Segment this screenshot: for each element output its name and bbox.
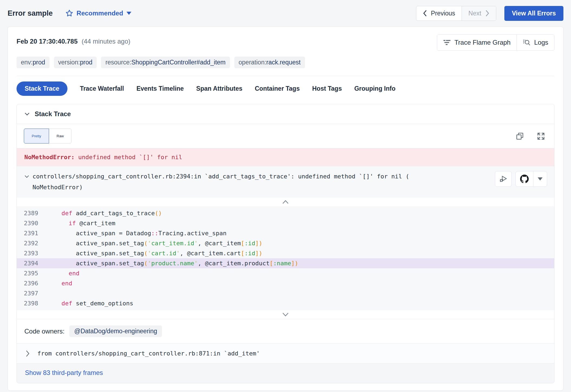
github-icon xyxy=(520,175,529,183)
line-code: end xyxy=(47,280,554,287)
debug-play-icon xyxy=(499,175,507,183)
tag-pill[interactable]: version:prod xyxy=(54,57,97,68)
error-message: undefined method `[]' for nil xyxy=(74,154,182,161)
line-code: active_span.set_tag('cart.id', @cart_ite… xyxy=(47,250,554,257)
line-number: 2395 xyxy=(17,270,47,277)
recommended-dropdown[interactable]: Recommended xyxy=(65,9,131,17)
caret-down-icon xyxy=(126,12,131,15)
code-snippet: 2389 def add_cart_tags_to_trace()2390 if… xyxy=(17,206,554,310)
line-number: 2392 xyxy=(17,240,47,247)
code-line: 2397 xyxy=(17,288,554,298)
view-all-errors-button[interactable]: View All Errors xyxy=(504,6,563,21)
code-line: 2390 if @cart_item xyxy=(17,218,554,228)
line-code: def set_demo_options xyxy=(47,300,554,307)
line-code: end xyxy=(47,270,554,277)
logs-search-icon xyxy=(523,39,530,46)
previous-button[interactable]: Previous xyxy=(416,6,462,21)
view-toggle: Pretty Raw xyxy=(24,129,72,143)
tag-key: version: xyxy=(58,59,80,66)
github-split-button xyxy=(515,171,547,187)
top-frame-text: controllers/shopping_cart_controller.rb:… xyxy=(33,171,431,193)
code-owners-label: Code owners: xyxy=(24,328,64,335)
stack-trace-panel: Stack Trace Pretty Raw NoMethodError: un… xyxy=(17,104,554,383)
tag-value: prod xyxy=(33,59,45,66)
trace-actions-group: Trace Flame Graph Logs xyxy=(437,34,554,51)
debugger-button[interactable] xyxy=(495,171,512,187)
github-dropdown-button[interactable] xyxy=(533,171,547,187)
collapsed-frame-row[interactable]: from controllers/shopping_cart_controlle… xyxy=(17,343,554,363)
top-frame-header: controllers/shopping_cart_controller.rb:… xyxy=(17,166,554,198)
stack-trace-section-header[interactable]: Stack Trace xyxy=(17,104,554,124)
raw-toggle-button[interactable]: Raw xyxy=(49,129,72,143)
logs-button[interactable]: Logs xyxy=(517,35,554,50)
detail-tabs: Stack TraceTrace WaterfallEvents Timelin… xyxy=(8,76,563,101)
star-icon xyxy=(65,9,73,17)
tag-pill[interactable]: resource:ShoppingCartController#add_item xyxy=(101,57,230,68)
expand-code-up[interactable] xyxy=(17,198,554,206)
chevron-right-icon xyxy=(25,350,30,357)
tab-span-attributes[interactable]: Span Attributes xyxy=(196,81,242,96)
expand-code-down[interactable] xyxy=(17,310,554,319)
page-header: Error sample Recommended Previous Next xyxy=(0,0,571,27)
timestamp-value: Feb 20 17:30:40.785 xyxy=(17,38,77,45)
tag-key: operation: xyxy=(239,59,266,66)
line-number: 2389 xyxy=(17,210,47,217)
code-owner-pill[interactable]: @DataDog/demo-engineering xyxy=(69,325,162,337)
tag-key: env: xyxy=(21,59,33,66)
copy-button[interactable] xyxy=(516,132,524,140)
code-line: 2393 active_span.set_tag('cart.id', @car… xyxy=(17,248,554,258)
logs-label: Logs xyxy=(534,39,548,46)
tag-value: rack.request xyxy=(266,59,301,66)
line-number: 2391 xyxy=(17,230,47,237)
line-code: active_span.set_tag('product.name', @car… xyxy=(47,260,554,267)
timestamp: Feb 20 17:30:40.785 (44 minutes ago) xyxy=(17,34,130,45)
tab-stack-trace[interactable]: Stack Trace xyxy=(17,81,67,96)
tab-grouping-info[interactable]: Grouping Info xyxy=(354,81,395,96)
line-number: 2397 xyxy=(17,290,47,297)
next-label: Next xyxy=(468,10,481,17)
fullscreen-button[interactable] xyxy=(537,132,545,140)
tab-host-tags[interactable]: Host Tags xyxy=(312,81,342,96)
chevron-down-icon xyxy=(24,111,30,117)
line-code: def add_cart_tags_to_trace() xyxy=(47,210,554,217)
code-line-highlighted: 2394 active_span.set_tag('product.name',… xyxy=(17,258,554,268)
trace-flame-graph-label: Trace Flame Graph xyxy=(455,39,511,46)
collapsed-frame-text: from controllers/shopping_cart_controlle… xyxy=(37,350,260,357)
tag-pill[interactable]: operation:rack.request xyxy=(234,57,305,68)
tab-container-tags[interactable]: Container Tags xyxy=(255,81,300,96)
github-button[interactable] xyxy=(516,171,533,187)
code-owners-row: Code owners: @DataDog/demo-engineering xyxy=(17,319,554,343)
line-code: if @cart_item xyxy=(47,220,554,227)
recommended-label: Recommended xyxy=(77,9,123,17)
code-line: 2398 def set_demo_options xyxy=(17,298,554,308)
stack-trace-toolbar: Pretty Raw xyxy=(17,124,554,148)
tag-value: prod xyxy=(80,59,92,66)
line-code: active_span = Datadog::Tracing.active_sp… xyxy=(47,230,554,237)
tab-events-timeline[interactable]: Events Timeline xyxy=(137,81,184,96)
line-code: active_span.set_tag('cart_item.id', @car… xyxy=(47,240,554,247)
next-button[interactable]: Next xyxy=(462,6,496,21)
caret-down-icon xyxy=(538,177,543,181)
chevron-down-icon[interactable] xyxy=(24,171,30,179)
timestamp-relative: (44 minutes ago) xyxy=(82,38,130,45)
code-line: 2395 end xyxy=(17,268,554,278)
error-banner: NoMethodError: undefined method `[]' for… xyxy=(17,148,554,166)
trace-flame-graph-button[interactable]: Trace Flame Graph xyxy=(437,35,517,50)
line-number: 2390 xyxy=(17,220,47,227)
stack-trace-title: Stack Trace xyxy=(35,110,71,118)
line-number: 2393 xyxy=(17,250,47,257)
chevron-down-icon xyxy=(282,312,289,317)
tags-row: env:prodversion:prodresource:ShoppingCar… xyxy=(17,57,554,68)
code-line: 2391 active_span = Datadog::Tracing.acti… xyxy=(17,228,554,238)
line-number: 2398 xyxy=(17,300,47,307)
tag-pill[interactable]: env:prod xyxy=(17,57,50,68)
show-third-party-frames-link[interactable]: Show 83 third-party frames xyxy=(25,369,103,376)
show-frames-row: Show 83 third-party frames xyxy=(17,363,554,383)
chevron-up-icon xyxy=(282,200,289,204)
chevron-right-icon xyxy=(485,10,489,17)
chevron-left-icon xyxy=(423,10,427,17)
pretty-toggle-button[interactable]: Pretty xyxy=(24,129,49,143)
line-number: 2396 xyxy=(17,280,47,287)
tab-trace-waterfall[interactable]: Trace Waterfall xyxy=(80,81,124,96)
code-line: 2392 active_span.set_tag('cart_item.id',… xyxy=(17,238,554,248)
